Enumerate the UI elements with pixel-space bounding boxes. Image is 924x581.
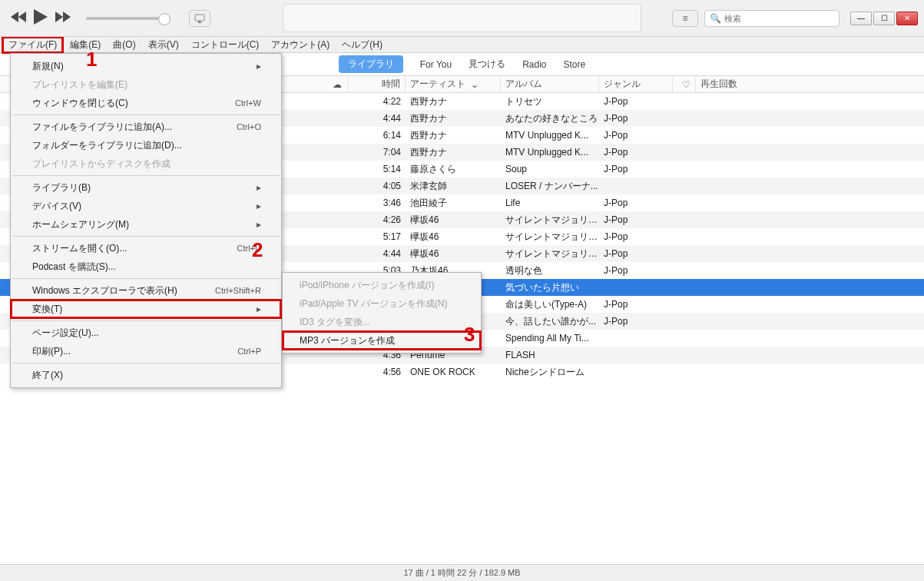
tab-store[interactable]: Store [564,59,586,70]
menu-item[interactable]: 印刷(P)...Ctrl+P [11,342,281,360]
track-time: 4:22 [349,96,406,107]
track-time: 4:26 [349,214,406,225]
col-plays[interactable]: 再生回数 [696,76,924,92]
menu-item[interactable]: ストリームを開く(O)...Ctrl+U [11,239,281,257]
track-artist: 欅坂46 [406,247,501,261]
submenu-item[interactable]: MP3 バージョンを作成 [283,331,481,350]
track-genre: J-Pop [599,147,673,158]
menubar: ファイル(F) 編集(E) 曲(O) 表示(V) コントロール(C) アカウント… [0,37,924,53]
close-button[interactable]: ✕ [896,12,918,25]
track-genre: J-Pop [599,214,673,225]
tab-foryou[interactable]: For You [420,59,452,70]
annotation-2: 2 [252,238,263,262]
track-album: 気づいたら片想い [501,281,599,294]
menu-item[interactable]: 新規(N)▸ [11,57,281,75]
track-genre: J-Pop [599,231,673,242]
track-genre: J-Pop [599,248,673,259]
track-album: 今、話したい誰かが... [501,315,599,328]
minimize-button[interactable]: — [850,12,872,25]
search-icon: 🔍 [710,13,721,24]
track-album: トリセツ [501,95,599,108]
col-favorite[interactable]: ♡ [673,76,696,92]
airplay-button[interactable] [189,10,210,27]
col-album[interactable]: アルバム [501,76,599,92]
track-artist: 西野カナ [406,95,501,108]
track-time: 6:14 [349,130,406,141]
track-album: あなたの好きなところ [501,112,599,125]
track-time: 5:14 [349,164,406,174]
annotation-1: 1 [86,48,97,71]
player-bar: ≡ 🔍 — ☐ ✕ [0,0,924,37]
track-time: 4:44 [349,248,406,259]
menu-item[interactable]: ウィンドウを閉じる(C)Ctrl+W [11,94,281,112]
track-artist: 欅坂46 [406,214,501,227]
track-genre: J-Pop [599,164,673,174]
track-time: 4:44 [349,113,406,124]
submenu-item: iPad/Apple TV バージョンを作成(N) [283,294,481,313]
menu-item[interactable]: Windows エクスプローラで表示(H)Ctrl+Shift+R [11,281,281,300]
menu-item: プレイリストを編集(E) [11,75,281,94]
tab-radio[interactable]: Radio [522,59,546,70]
play-button[interactable] [34,9,48,27]
menu-help[interactable]: ヘルプ(H) [336,37,389,53]
track-album: Spending All My Ti... [501,333,599,344]
track-artist: 西野カナ [406,112,501,125]
track-artist: 西野カナ [406,129,501,142]
menu-item: プレイリストからディスクを作成 [11,154,281,173]
status-bar: 17 曲 / 1 時間 22 分 / 182.9 MB [0,564,924,581]
track-time: 4:56 [349,367,406,377]
menu-song[interactable]: 曲(O) [107,37,141,53]
prev-button[interactable] [11,12,26,25]
volume-slider[interactable] [86,17,171,20]
track-time: 3:46 [349,198,406,208]
maximize-button[interactable]: ☐ [873,12,895,25]
next-button[interactable] [55,12,71,25]
now-playing-lcd [283,4,641,32]
col-genre[interactable]: ジャンル [599,76,673,92]
list-view-button[interactable]: ≡ [672,10,698,27]
menu-item[interactable]: Podcast を購読(S)... [11,257,281,276]
track-album: サイレントマジョリティ... [501,214,599,227]
convert-submenu: iPod/iPhone バージョンを作成(I)iPad/Apple TV バージ… [282,272,482,354]
menu-account[interactable]: アカウント(A) [265,37,336,53]
menu-control[interactable]: コントロール(C) [185,37,266,53]
track-time: 4:05 [349,181,406,191]
menu-item[interactable]: ページ設定(U)... [11,324,281,342]
menu-item[interactable]: ホームシェアリング(M)▸ [11,215,281,234]
track-artist: 米津玄師 [406,180,501,193]
track-time: 7:04 [349,147,406,158]
sort-indicator-icon: ⌄ [471,79,479,90]
svg-rect-0 [195,15,204,21]
track-artist: ONE OK ROCK [406,367,501,377]
search-box[interactable]: 🔍 [704,10,840,27]
track-album: Soup [501,164,599,174]
menu-view[interactable]: 表示(V) [142,37,185,53]
track-artist: 藤原さくら [406,163,501,176]
menu-item[interactable]: 終了(X) [11,366,281,384]
submenu-item: iPod/iPhone バージョンを作成(I) [283,276,481,294]
search-input[interactable] [724,14,834,23]
annotation-3: 3 [464,323,475,347]
track-genre: J-Pop [599,130,673,141]
track-album: Nicheシンドローム [501,366,599,379]
track-artist: 西野カナ [406,146,501,159]
menu-item[interactable]: ファイルをライブラリに追加(A)...Ctrl+O [11,118,281,136]
track-genre: J-Pop [599,96,673,107]
transport-controls [0,9,221,27]
menu-item[interactable]: ライブラリ(B)▸ [11,178,281,197]
col-time[interactable]: 時間 [349,76,406,92]
tab-browse[interactable]: 見つける [469,58,505,71]
track-genre: J-Pop [599,265,673,276]
track-album: 命は美しい(Type-A) [501,298,599,311]
submenu-item: ID3 タグを変換... [283,313,481,331]
track-album: サイレントマジョリティー [501,247,599,261]
menu-item[interactable]: 変換(T)▸ [11,300,281,318]
track-time: 5:17 [349,231,406,242]
menu-item[interactable]: デバイス(V)▸ [11,197,281,215]
file-menu-dropdown: 新規(N)▸プレイリストを編集(E)ウィンドウを閉じる(C)Ctrl+Wファイル… [10,53,282,388]
track-genre: J-Pop [599,198,673,208]
menu-file[interactable]: ファイル(F) [2,36,64,54]
col-artist[interactable]: アーティスト ⌄ [406,76,501,92]
menu-item[interactable]: フォルダーをライブラリに追加(D)... [11,136,281,154]
tab-library[interactable]: ライブラリ [339,55,403,73]
